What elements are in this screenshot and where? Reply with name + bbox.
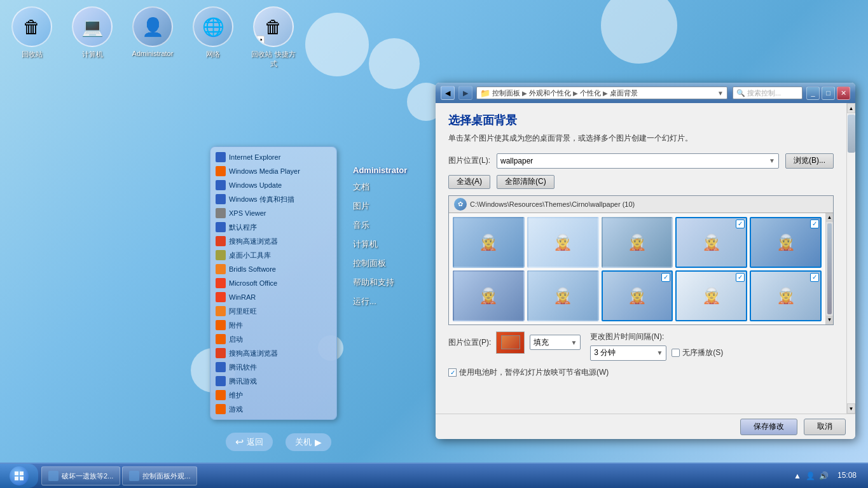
menu-item-gadget[interactable]: 桌面小工具库 [210, 248, 336, 262]
menu-item-default[interactable]: 默认程序 [210, 220, 336, 234]
link-run[interactable]: 运行... [353, 296, 417, 307]
address-section: 📁 控制面板 ▶ 外观和个性化 ▶ 个性化 ▶ 桌面背景 ▼ 🔍 搜索控制... [476, 87, 803, 99]
interval-label: 更改图片时间间隔(N): [590, 331, 723, 342]
anime-fig: 🧝 [702, 287, 721, 305]
startup-icon [216, 334, 226, 344]
link-documents[interactable]: 文档 [353, 181, 417, 193]
menu-item-winrar[interactable]: WinRAR [210, 290, 336, 304]
icon-img: 💻 [72, 6, 113, 47]
tray-arrow[interactable]: ▲ [792, 471, 803, 481]
desktop-icon-recycle[interactable]: 🗑 回收站 [6, 6, 57, 69]
nav-forward-btn[interactable]: ▶ [458, 86, 472, 100]
image-cell-9[interactable]: 🧝 ✓ [675, 270, 747, 321]
back-button[interactable]: ↩ 返回 [226, 433, 273, 451]
anime-fig: 🧝 [702, 234, 721, 251]
search-box[interactable]: 🔍 搜索控制... [733, 87, 803, 99]
close-button[interactable]: 关机 ▶ [286, 433, 331, 451]
menu-item-ie[interactable]: Internet Explorer [210, 150, 336, 164]
sogou2-icon [216, 348, 226, 358]
menu-item-office[interactable]: Microsoft Office [210, 276, 336, 290]
interval-select[interactable]: 3 分钟 ▼ [590, 345, 666, 361]
desktop-icon-admin[interactable]: 👤 Administrator [127, 6, 178, 69]
menu-item-xps[interactable]: XPS Viewer [210, 206, 336, 220]
menu-item-bridls[interactable]: Bridls Softwore [210, 262, 336, 276]
battery-row: ✓ 使用电池时，暂停幻灯片放映可节省电源(W) [448, 367, 834, 378]
scroll-down[interactable]: ▼ [847, 403, 855, 414]
menu-item-aliww[interactable]: 阿里旺旺 [210, 304, 336, 318]
dropdown-arrow[interactable]: ▼ [717, 90, 724, 97]
icon-img: 🌐 [193, 6, 233, 47]
arrow-icon: ▶ [315, 437, 322, 447]
tray-volume[interactable]: 🔊 [819, 471, 829, 481]
scroll-up-btn[interactable]: ▲ [826, 213, 833, 222]
maximize-btn[interactable]: □ [822, 87, 835, 100]
menu-item-startup[interactable]: 启动 [210, 332, 336, 346]
icon-label: 回收站 [22, 50, 43, 59]
start-button[interactable] [0, 464, 38, 488]
image-cell-10[interactable]: 🧝 ✓ [750, 270, 822, 321]
link-music[interactable]: 音乐 [353, 220, 417, 231]
image-area: ✿ C:\Windows\Resources\Themes\Cirno\wall… [448, 195, 834, 325]
menu-item-sogou[interactable]: 搜狗高速浏览器 [210, 234, 336, 248]
location-row: 图片位置(L): wallpaper ▼ 浏览(B)... [448, 153, 834, 169]
main-panel: 选择桌面背景 单击某个图片使其成为您的桌面背景，或选择多个图片创建一个幻灯片。 … [436, 103, 846, 414]
image-cell-4[interactable]: 🧝 ✓ [675, 217, 747, 268]
save-button[interactable]: 保存修改 [740, 419, 797, 435]
link-help[interactable]: 帮助和支持 [353, 277, 417, 288]
select-all-btn[interactable]: 全选(A) [448, 175, 490, 189]
tgame-icon [216, 376, 226, 386]
link-computer[interactable]: 计算机 [353, 239, 417, 250]
menu-item-attachment[interactable]: 附件 [210, 318, 336, 332]
position-select[interactable]: 填充 ▼ [530, 335, 581, 350]
menu-item-wmp[interactable]: Windows Media Player [210, 164, 336, 178]
link-control-panel[interactable]: 控制面板 [353, 258, 417, 269]
interval-group: 更改图片时间间隔(N): 3 分钟 ▼ 无序播放(S) [590, 331, 723, 361]
pos-arrow: ▼ [570, 339, 577, 346]
menu-item-wupdate[interactable]: Windows Update [210, 178, 336, 192]
decorative-dot [601, 0, 677, 64]
location-select[interactable]: wallpaper ▼ [497, 153, 779, 169]
menu-item-games[interactable]: 游戏 [210, 402, 336, 416]
image-cell-3[interactable]: 🧝 [602, 217, 673, 268]
cancel-button[interactable]: 取消 [804, 419, 846, 435]
task-2[interactable]: 控制面板外观... [122, 466, 197, 485]
minimize-btn[interactable]: _ [806, 87, 820, 100]
desktop-icon-computer[interactable]: 💻 计算机 [67, 6, 118, 69]
start-menu: Internet Explorer Windows Media Player W… [210, 146, 337, 420]
menu-item-sogou2[interactable]: 搜狗高速浏览器 [210, 346, 336, 360]
image-cell-2[interactable]: 🧝 [527, 217, 599, 268]
desktop-icon-recycle-shortcut[interactable]: 🗑 ↗ 回收站 快捷方式 [248, 6, 299, 69]
panel-title: 选择桌面背景 [448, 113, 834, 128]
image-cell-7[interactable]: 🧝 [527, 270, 599, 321]
scroll-up[interactable]: ▲ [847, 103, 855, 113]
scroll-down-btn[interactable]: ▼ [826, 316, 833, 324]
image-cell-8[interactable]: 🧝 ✓ [602, 270, 673, 321]
battery-checkbox[interactable]: ✓ [448, 368, 457, 377]
wmp-icon [216, 166, 226, 176]
shuffle-checkbox[interactable]: 无序播放(S) [672, 347, 723, 358]
clear-all-btn[interactable]: 全部清除(C) [497, 175, 555, 189]
link-pictures[interactable]: 图片 [353, 200, 417, 212]
menu-item-maintenance[interactable]: 维护 [210, 388, 336, 402]
icon-img: 👤 [132, 6, 173, 47]
scroll-thumb[interactable] [848, 115, 855, 153]
task-1[interactable]: 破坏一遗族等2... [41, 466, 120, 485]
svg-rect-0 [15, 471, 18, 475]
scroll-thumb[interactable] [827, 223, 832, 314]
image-cell-5[interactable]: 🧝 ✓ [750, 217, 822, 268]
close-label: 关机 [295, 436, 312, 448]
tray-user[interactable]: 👤 [806, 471, 816, 481]
shuffle-box[interactable] [672, 349, 680, 357]
nav-back-btn[interactable]: ◀ [441, 86, 455, 100]
menu-item-tencent-soft[interactable]: 腾讯软件 [210, 360, 336, 374]
image-cell-1[interactable]: 🧝 [453, 217, 525, 268]
menu-item-tencent-game[interactable]: 腾讯游戏 [210, 374, 336, 388]
image-cell-6[interactable]: 🧝 [453, 270, 525, 321]
desktop-icon-network[interactable]: 🌐 网络 [188, 6, 238, 69]
browse-button[interactable]: 浏览(B)... [785, 153, 834, 169]
close-btn[interactable]: ✕ [837, 87, 850, 100]
anime-fig: 🧝 [553, 287, 572, 305]
image-scrollbar[interactable]: ▲ ▼ [825, 213, 833, 324]
menu-item-fax[interactable]: Windows 传真和扫描 [210, 192, 336, 206]
position-group: 图片位置(P): 填充 ▼ [448, 331, 581, 354]
